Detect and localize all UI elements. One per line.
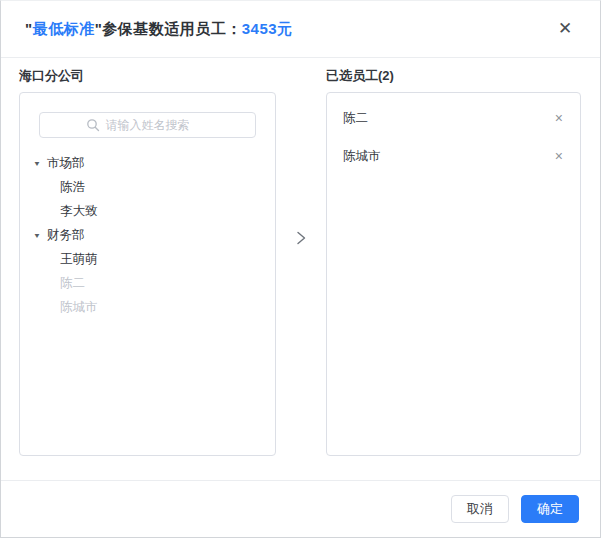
remove-icon[interactable]: × [555, 149, 563, 163]
employee-tree-panel: ▼市场部陈浩李大致▼财务部王萌萌陈二陈城市 [19, 92, 276, 456]
employee-tree: ▼市场部陈浩李大致▼财务部王萌萌陈二陈城市 [20, 151, 275, 319]
search-input[interactable] [39, 112, 256, 138]
tree-employee-row[interactable]: 王萌萌 [20, 247, 275, 271]
title-quote-open: " [25, 20, 33, 37]
group-label: 市场部 [47, 155, 85, 172]
tree-employee-row: 陈二 [20, 271, 275, 295]
dialog-header: "最低标准"参保基数适用员工：3453元 ✕ [1, 1, 600, 58]
selected-employee-row: 陈城市× [327, 137, 580, 175]
title-amount: 3453元 [242, 20, 293, 37]
caret-down-icon[interactable]: ▼ [33, 159, 41, 167]
company-label: 海口分公司 [19, 67, 84, 85]
selected-employee-name: 陈二 [343, 110, 368, 127]
search-box [39, 112, 256, 138]
chevron-right-icon [293, 230, 309, 246]
employee-name: 王萌萌 [60, 251, 98, 268]
tree-employee-row[interactable]: 李大致 [20, 199, 275, 223]
selected-employee-name: 陈城市 [343, 148, 381, 165]
close-icon[interactable]: ✕ [554, 18, 576, 40]
employee-name: 陈二 [60, 275, 85, 292]
tree-employee-row: 陈城市 [20, 295, 275, 319]
tree-group-row[interactable]: ▼财务部 [20, 223, 275, 247]
group-label: 财务部 [47, 227, 85, 244]
employee-select-dialog: "最低标准"参保基数适用员工：3453元 ✕ 海口分公司 已选员工(2) ▼市场… [0, 0, 601, 538]
title-text: 参保基数适用员工： [102, 20, 242, 37]
tree-employee-row[interactable]: 陈浩 [20, 175, 275, 199]
dialog-title: "最低标准"参保基数适用员工：3453元 [25, 20, 554, 39]
employee-name: 陈浩 [60, 179, 85, 196]
selected-employees-panel: 陈二×陈城市× [326, 92, 581, 456]
tree-group-row[interactable]: ▼市场部 [20, 151, 275, 175]
selected-employees-label: 已选员工(2) [326, 67, 394, 85]
cancel-button[interactable]: 取消 [451, 495, 509, 523]
selected-list: 陈二×陈城市× [327, 99, 580, 175]
move-right-button[interactable] [293, 230, 311, 248]
remove-icon[interactable]: × [555, 111, 563, 125]
employee-name: 李大致 [60, 203, 98, 220]
title-highlight: 最低标准 [33, 20, 95, 37]
selected-employee-row: 陈二× [327, 99, 580, 137]
caret-down-icon[interactable]: ▼ [33, 231, 41, 239]
confirm-button[interactable]: 确定 [521, 495, 579, 523]
employee-name: 陈城市 [60, 299, 98, 316]
dialog-footer: 取消 确定 [1, 480, 600, 537]
